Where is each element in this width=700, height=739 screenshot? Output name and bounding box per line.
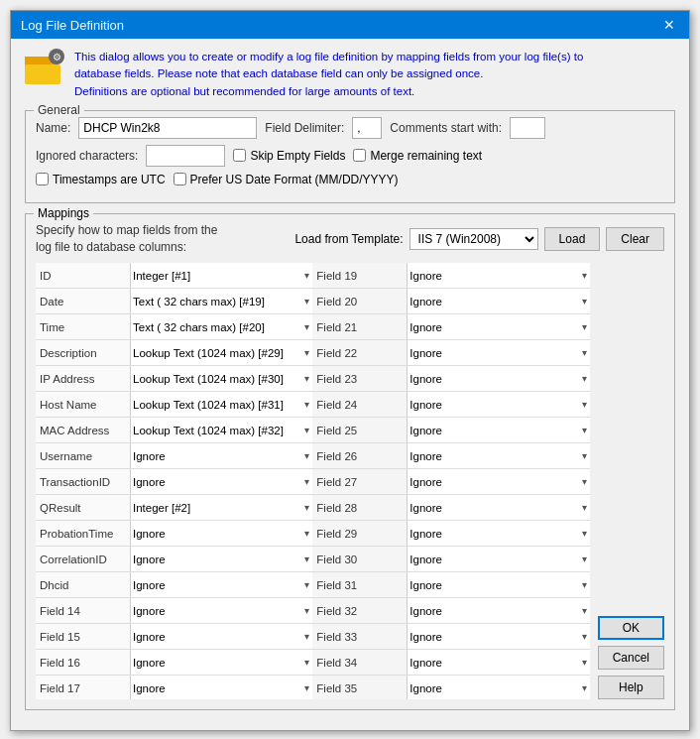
field-type-select-left-8[interactable]: Ignore Ignore Integer Text Lookup Text bbox=[131, 469, 312, 494]
close-button[interactable]: ✕ bbox=[659, 17, 679, 33]
field-type-select-left-15[interactable]: Ignore Ignore Integer Text Lookup Text bbox=[131, 650, 312, 675]
prefer-us-date-label[interactable]: Prefer US Date Format (MM/DD/YYYY) bbox=[174, 173, 399, 186]
skip-empty-checkbox-label[interactable]: Skip Empty Fields bbox=[233, 149, 345, 163]
merge-remaining-checkbox[interactable] bbox=[353, 149, 366, 162]
field-select-wrap-left-16: Ignore Ignore Integer Text Lookup Text bbox=[130, 676, 312, 699]
field-type-select-right-5[interactable]: Ignore Integer Text Lookup Text bbox=[408, 392, 589, 417]
merge-remaining-checkbox-label[interactable]: Merge remaining text bbox=[353, 149, 482, 163]
field-select-wrap-left-2: Text ( 32 chars max) [#20] Ignore Intege… bbox=[130, 314, 312, 339]
field-type-select-right-15[interactable]: Ignore Integer Text Lookup Text bbox=[408, 650, 589, 675]
name-row: Name: Field Delimiter: Comments start wi… bbox=[36, 117, 664, 139]
field-type-select-left-16[interactable]: Ignore Ignore Integer Text Lookup Text bbox=[131, 676, 312, 699]
timestamps-row: Timestamps are UTC Prefer US Date Format… bbox=[36, 173, 664, 186]
field-select-wrap-right-8: Ignore Integer Text Lookup Text bbox=[407, 469, 589, 494]
ignored-chars-input[interactable] bbox=[146, 145, 225, 167]
field-type-select-right-2[interactable]: Ignore Integer Text Lookup Text bbox=[408, 314, 589, 339]
cancel-button[interactable]: Cancel bbox=[598, 646, 664, 670]
field-name-right-14: Field 33 bbox=[312, 631, 407, 643]
field-type-select-left-13[interactable]: Ignore Ignore Integer Text Lookup Text bbox=[131, 598, 312, 623]
field-row-left-11: CorrelationID Ignore Ignore Integer Text… bbox=[36, 547, 312, 572]
field-type-select-left-7[interactable]: Ignore Ignore Integer Text Lookup Text bbox=[131, 443, 312, 468]
mappings-description: Specify how to map fields from thelog fi… bbox=[36, 222, 287, 256]
field-type-select-left-2[interactable]: Text ( 32 chars max) [#20] Ignore Intege… bbox=[131, 314, 312, 339]
field-row-left-16: Field 17 Ignore Ignore Integer Text Look… bbox=[36, 676, 312, 699]
timestamps-utc-checkbox[interactable] bbox=[36, 173, 49, 185]
field-type-select-right-3[interactable]: Ignore Integer Text Lookup Text bbox=[408, 340, 589, 365]
field-type-select-left-14[interactable]: Ignore Ignore Integer Text Lookup Text bbox=[131, 624, 312, 649]
field-row-right-5: Field 24 Ignore Integer Text Lookup Text bbox=[312, 392, 589, 418]
load-button[interactable]: Load bbox=[544, 227, 601, 251]
field-type-select-right-11[interactable]: Ignore Integer Text Lookup Text bbox=[408, 547, 589, 571]
field-type-select-right-8[interactable]: Ignore Integer Text Lookup Text bbox=[408, 469, 589, 494]
field-select-wrap-left-7: Ignore Ignore Integer Text Lookup Text bbox=[130, 443, 312, 468]
merge-remaining-label: Merge remaining text bbox=[370, 149, 482, 163]
field-select-wrap-left-4: Lookup Text (1024 max) [#30] Ignore Inte… bbox=[130, 366, 312, 391]
field-select-wrap-right-16: Ignore Integer Text Lookup Text bbox=[407, 676, 589, 699]
field-row-left-6: MAC Address Lookup Text (1024 max) [#32]… bbox=[36, 418, 312, 443]
template-area: Load from Template: IIS 7 (Win2008) IIS … bbox=[294, 227, 664, 251]
field-type-select-right-9[interactable]: Ignore Integer Text Lookup Text bbox=[408, 495, 589, 520]
field-type-select-left-6[interactable]: Lookup Text (1024 max) [#32] Ignore Inte… bbox=[131, 418, 312, 442]
field-type-select-left-12[interactable]: Ignore Ignore Integer Text Lookup Text bbox=[131, 572, 312, 597]
field-type-select-right-0[interactable]: Ignore Integer Text Lookup Text bbox=[408, 263, 589, 288]
field-type-select-left-0[interactable]: Integer [#1] Ignore Integer Text Lookup … bbox=[131, 263, 312, 288]
field-row-left-5: Host Name Lookup Text (1024 max) [#31] I… bbox=[36, 392, 312, 418]
field-name-right-9: Field 28 bbox=[312, 502, 407, 514]
field-type-select-right-12[interactable]: Ignore Integer Text Lookup Text bbox=[408, 572, 589, 597]
template-select[interactable]: IIS 7 (Win2008) IIS 6 Apache Custom bbox=[409, 228, 538, 250]
comments-start-input[interactable] bbox=[510, 117, 545, 139]
field-type-select-left-4[interactable]: Lookup Text (1024 max) [#30] Ignore Inte… bbox=[131, 366, 312, 391]
field-name-left-3: Description bbox=[36, 347, 130, 359]
name-input[interactable] bbox=[78, 117, 257, 139]
clear-button[interactable]: Clear bbox=[606, 227, 664, 251]
field-row-right-15: Field 34 Ignore Integer Text Lookup Text bbox=[312, 650, 589, 676]
field-type-select-right-4[interactable]: Ignore Integer Text Lookup Text bbox=[408, 366, 589, 391]
field-select-wrap-right-3: Ignore Integer Text Lookup Text bbox=[407, 340, 589, 365]
field-type-select-right-14[interactable]: Ignore Integer Text Lookup Text bbox=[408, 624, 589, 649]
field-select-wrap-right-7: Ignore Integer Text Lookup Text bbox=[407, 443, 589, 468]
field-type-select-right-16[interactable]: Ignore Integer Text Lookup Text bbox=[408, 676, 589, 699]
field-row-right-9: Field 28 Ignore Integer Text Lookup Text bbox=[312, 495, 589, 521]
skip-empty-checkbox[interactable] bbox=[233, 149, 246, 162]
field-type-select-left-3[interactable]: Lookup Text (1024 max) [#29] Ignore Inte… bbox=[131, 340, 312, 365]
field-delimiter-input[interactable] bbox=[352, 117, 382, 139]
field-row-left-9: QResult Integer [#2] Ignore Integer Text… bbox=[36, 495, 312, 521]
field-select-wrap-left-15: Ignore Ignore Integer Text Lookup Text bbox=[130, 650, 312, 675]
gear-icon: ⚙ bbox=[49, 49, 64, 64]
field-select-wrap-right-11: Ignore Integer Text Lookup Text bbox=[407, 547, 589, 571]
field-delimiter-label: Field Delimiter: bbox=[265, 121, 344, 135]
mappings-label: Mappings bbox=[34, 206, 93, 220]
field-row-left-14: Field 15 Ignore Ignore Integer Text Look… bbox=[36, 624, 312, 650]
field-select-wrap-left-6: Lookup Text (1024 max) [#32] Ignore Inte… bbox=[130, 418, 312, 442]
comments-start-label: Comments start with: bbox=[390, 121, 502, 135]
field-row-left-12: Dhcid Ignore Ignore Integer Text Lookup … bbox=[36, 572, 312, 598]
field-type-select-left-1[interactable]: Text ( 32 chars max) [#19] Ignore Intege… bbox=[131, 289, 312, 313]
info-text: This dialog allows you to create or modi… bbox=[74, 49, 583, 100]
field-name-left-7: Username bbox=[36, 450, 130, 462]
field-select-wrap-left-14: Ignore Ignore Integer Text Lookup Text bbox=[130, 624, 312, 649]
help-button[interactable]: Help bbox=[598, 676, 664, 699]
field-type-select-right-1[interactable]: Ignore Integer Text Lookup Text bbox=[408, 289, 589, 313]
field-name-right-13: Field 32 bbox=[312, 605, 407, 617]
field-row-right-0: Field 19 Ignore Integer Text Lookup Text bbox=[312, 263, 589, 289]
field-row-left-8: TransactionID Ignore Ignore Integer Text… bbox=[36, 469, 312, 495]
field-select-wrap-right-4: Ignore Integer Text Lookup Text bbox=[407, 366, 589, 391]
timestamps-utc-label[interactable]: Timestamps are UTC bbox=[36, 173, 166, 186]
field-type-select-right-10[interactable]: Ignore Integer Text Lookup Text bbox=[408, 521, 589, 546]
field-row-right-11: Field 30 Ignore Integer Text Lookup Text bbox=[312, 547, 589, 572]
field-type-select-left-5[interactable]: Lookup Text (1024 max) [#31] Ignore Inte… bbox=[131, 392, 312, 417]
field-select-wrap-left-11: Ignore Ignore Integer Text Lookup Text bbox=[130, 547, 312, 571]
field-type-select-left-11[interactable]: Ignore Ignore Integer Text Lookup Text bbox=[131, 547, 312, 571]
field-type-select-right-7[interactable]: Ignore Integer Text Lookup Text bbox=[408, 443, 589, 468]
field-type-select-right-6[interactable]: Ignore Integer Text Lookup Text bbox=[408, 418, 589, 442]
field-row-left-10: ProbationTime Ignore Ignore Integer Text… bbox=[36, 521, 312, 547]
field-type-select-left-9[interactable]: Integer [#2] Ignore Integer Text Lookup … bbox=[131, 495, 312, 520]
field-select-wrap-right-1: Ignore Integer Text Lookup Text bbox=[407, 289, 589, 313]
ok-button[interactable]: OK bbox=[598, 616, 664, 640]
field-name-left-5: Host Name bbox=[36, 399, 130, 411]
field-row-left-3: Description Lookup Text (1024 max) [#29]… bbox=[36, 340, 312, 366]
field-type-select-left-10[interactable]: Ignore Ignore Integer Text Lookup Text bbox=[131, 521, 312, 546]
field-type-select-right-13[interactable]: Ignore Integer Text Lookup Text bbox=[408, 598, 589, 623]
field-select-wrap-right-13: Ignore Integer Text Lookup Text bbox=[407, 598, 589, 623]
prefer-us-date-checkbox[interactable] bbox=[174, 173, 186, 185]
